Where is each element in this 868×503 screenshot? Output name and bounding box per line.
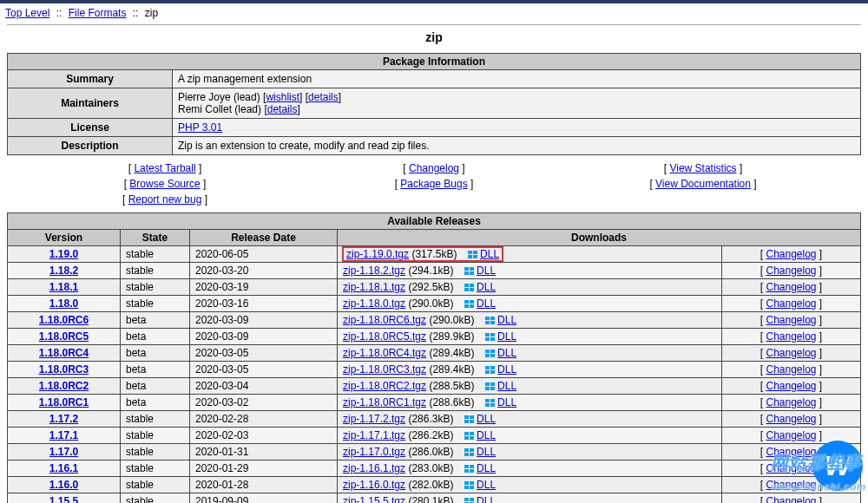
table-row: 1.15.5stable2019-09-09zip-1.15.5.tgz (28… (8, 493, 861, 504)
tarball-link[interactable]: zip-1.18.0RC3.tgz (343, 363, 426, 376)
row-changelog-link[interactable]: Changelog (766, 380, 816, 392)
dll-link[interactable]: DLL (497, 396, 516, 408)
row-changelog-link[interactable]: Changelog (766, 495, 816, 503)
row-changelog-link[interactable]: Changelog (766, 429, 816, 441)
maintainers-value: Pierre Joye (lead) [wishlist] [details] … (173, 88, 861, 119)
version-link[interactable]: 1.18.0RC4 (39, 347, 89, 359)
row-changelog-link[interactable]: Changelog (766, 314, 816, 326)
col-state: State (121, 230, 190, 246)
release-date: 2020-02-28 (190, 411, 338, 428)
tarball-link[interactable]: zip-1.17.2.tgz (343, 413, 405, 425)
col-downloads: Downloads (338, 230, 861, 246)
breadcrumb-mid[interactable]: File Formats (69, 7, 127, 19)
version-link[interactable]: 1.16.1 (49, 462, 78, 474)
view-stats-link[interactable]: View Statistics (669, 162, 736, 174)
divider (7, 24, 861, 25)
windows-icon (464, 465, 475, 474)
version-link[interactable]: 1.18.0RC5 (39, 330, 89, 343)
release-state: stable (121, 428, 190, 444)
release-state: beta (121, 395, 190, 411)
row-changelog-link[interactable]: Changelog (766, 330, 816, 343)
row-changelog-link[interactable]: Changelog (766, 462, 816, 474)
row-changelog-link[interactable]: Changelog (766, 297, 816, 310)
release-date: 2020-02-03 (190, 428, 338, 444)
version-link[interactable]: 1.17.1 (49, 429, 78, 441)
row-changelog-link[interactable]: Changelog (766, 265, 816, 277)
tarball-link[interactable]: zip-1.17.0.tgz (343, 446, 405, 458)
tarball-link[interactable]: zip-1.18.0RC5.tgz (343, 330, 426, 343)
license-label: License (8, 119, 173, 137)
row-changelog-link[interactable]: Changelog (766, 396, 816, 408)
package-bugs-link[interactable]: Package Bugs (400, 178, 467, 190)
maintainer-name: Remi Collet (lead) (178, 103, 264, 115)
release-state: stable (121, 461, 190, 477)
row-changelog-link[interactable]: Changelog (766, 363, 816, 376)
latest-tarball-link[interactable]: Latest Tarball (134, 162, 195, 174)
tarball-link[interactable]: zip-1.18.1.tgz (343, 281, 405, 293)
version-link[interactable]: 1.17.2 (49, 413, 78, 425)
tarball-link[interactable]: zip-1.16.1.tgz (343, 462, 405, 474)
breadcrumb-top[interactable]: Top Level (5, 7, 49, 19)
tarball-link[interactable]: zip-1.15.5.tgz (343, 495, 405, 503)
dll-link[interactable]: DLL (477, 429, 496, 441)
dll-link[interactable]: DLL (477, 446, 496, 458)
license-link[interactable]: PHP 3.01 (178, 121, 222, 134)
release-date: 2020-03-04 (190, 378, 338, 395)
maintainer-details-link[interactable]: details (267, 103, 298, 115)
row-changelog-link[interactable]: Changelog (766, 347, 816, 359)
row-changelog-link[interactable]: Changelog (766, 479, 816, 491)
version-link[interactable]: 1.18.2 (49, 265, 78, 277)
tarball-link[interactable]: zip-1.16.0.tgz (343, 479, 405, 491)
release-date: 2020-03-20 (190, 263, 338, 279)
row-changelog-link[interactable]: Changelog (766, 281, 816, 293)
version-link[interactable]: 1.16.0 (49, 479, 78, 491)
dll-link[interactable]: DLL (477, 479, 496, 491)
tarball-link[interactable]: zip-1.18.0RC2.tgz (343, 380, 426, 392)
windows-icon (464, 284, 475, 292)
version-link[interactable]: 1.18.1 (49, 281, 78, 293)
windows-icon (485, 382, 496, 391)
view-docs-link[interactable]: View Documentation (655, 178, 751, 190)
dll-link[interactable]: DLL (497, 347, 516, 359)
dll-link[interactable]: DLL (477, 495, 496, 503)
dll-link[interactable]: DLL (497, 380, 516, 392)
release-state: stable (121, 411, 190, 428)
tarball-link[interactable]: zip-1.17.1.tgz (343, 429, 405, 441)
row-changelog-link[interactable]: Changelog (766, 248, 816, 260)
table-row: 1.16.1stable2020-01-29zip-1.16.1.tgz (28… (8, 461, 861, 477)
dll-link[interactable]: DLL (477, 265, 496, 277)
col-date: Release Date (190, 230, 338, 246)
dll-link[interactable]: DLL (477, 462, 496, 474)
tarball-link[interactable]: zip-1.18.0RC1.tgz (343, 396, 426, 408)
dll-link[interactable]: DLL (477, 413, 496, 425)
maintainer-wishlist-link[interactable]: wishlist (266, 91, 299, 103)
version-link[interactable]: 1.18.0RC1 (39, 396, 89, 408)
version-link[interactable]: 1.18.0RC3 (39, 363, 89, 376)
release-date: 2020-03-02 (190, 395, 338, 411)
table-row: 1.18.0RC3beta2020-03-05zip-1.18.0RC3.tgz… (8, 362, 861, 378)
tarball-link[interactable]: zip-1.19.0.tgz (346, 248, 409, 260)
version-link[interactable]: 1.17.0 (49, 446, 78, 458)
version-link[interactable]: 1.18.0RC6 (39, 314, 89, 326)
version-link[interactable]: 1.18.0 (49, 297, 78, 310)
dll-link[interactable]: DLL (497, 314, 516, 326)
tarball-link[interactable]: zip-1.18.0RC4.tgz (343, 347, 426, 359)
changelog-link[interactable]: Changelog (409, 162, 459, 174)
browse-source-link[interactable]: Browse Source (129, 178, 200, 190)
row-changelog-link[interactable]: Changelog (766, 446, 816, 458)
version-link[interactable]: 1.15.5 (49, 495, 78, 503)
maintainer-details-link[interactable]: details (308, 91, 339, 103)
dll-link[interactable]: DLL (497, 330, 516, 343)
row-changelog-link[interactable]: Changelog (766, 413, 816, 425)
release-state: stable (121, 444, 190, 461)
dll-link[interactable]: DLL (497, 363, 516, 376)
dll-link[interactable]: DLL (477, 297, 496, 310)
tarball-link[interactable]: zip-1.18.2.tgz (343, 265, 405, 277)
report-bug-link[interactable]: Report new bug (128, 193, 202, 206)
version-link[interactable]: 1.18.0RC2 (39, 380, 89, 392)
tarball-link[interactable]: zip-1.18.0.tgz (343, 297, 405, 310)
dll-link[interactable]: DLL (480, 248, 499, 260)
tarball-link[interactable]: zip-1.18.0RC6.tgz (343, 314, 426, 326)
version-link[interactable]: 1.19.0 (49, 248, 78, 260)
dll-link[interactable]: DLL (477, 281, 496, 293)
